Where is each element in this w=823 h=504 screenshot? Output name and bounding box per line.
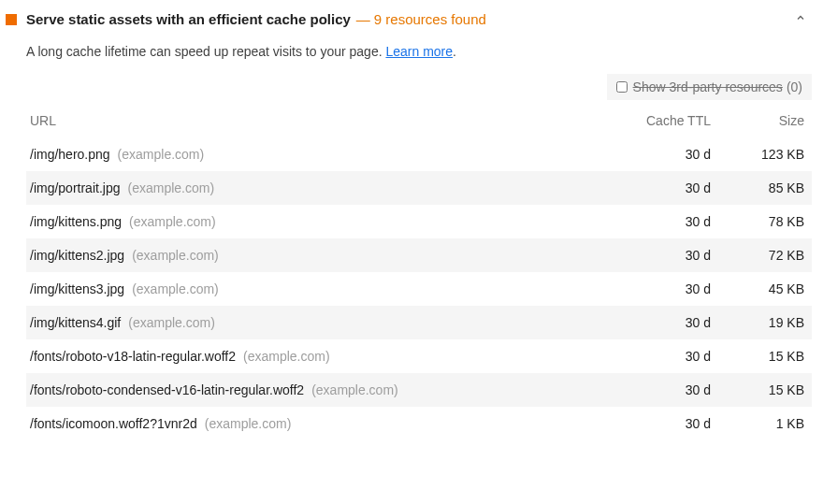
table-row: /img/portrait.jpg(example.com)30 d85 KB (26, 171, 812, 205)
cell-ttl: 30 d (599, 180, 711, 195)
resources-table: URL Cache TTL Size /img/hero.png(example… (0, 106, 823, 444)
resource-path: /img/kittens.png (30, 214, 122, 229)
cell-ttl: 30 d (599, 248, 711, 263)
resource-path: /img/hero.png (30, 147, 110, 162)
description-after: . (453, 44, 456, 59)
cell-ttl: 30 d (599, 382, 711, 397)
chevron-up-icon[interactable] (795, 12, 806, 26)
cell-size: 19 KB (711, 315, 804, 330)
cell-url: /img/kittens3.jpg(example.com) (30, 281, 599, 296)
cell-url: /img/hero.png(example.com) (30, 147, 599, 162)
table-row: /img/kittens.png(example.com)30 d78 KB (26, 205, 812, 238)
audit-summary: 9 resources found (374, 11, 486, 27)
third-party-checkbox[interactable] (616, 81, 628, 93)
third-party-toggle-row: Show 3rd-party resources (0) (0, 68, 823, 106)
table-row: /img/kittens3.jpg(example.com)30 d45 KB (26, 272, 812, 306)
cell-url: /fonts/roboto-v18-latin-regular.woff2(ex… (30, 349, 599, 364)
description-text: A long cache lifetime can speed up repea… (26, 44, 385, 59)
cell-size: 15 KB (711, 349, 804, 364)
learn-more-link[interactable]: Learn more (385, 44, 453, 59)
col-header-ttl: Cache TTL (599, 113, 711, 128)
table-row: /img/kittens2.jpg(example.com)30 d72 KB (26, 238, 812, 272)
cell-url: /img/portrait.jpg(example.com) (30, 180, 599, 195)
third-party-label: Show 3rd-party resources (633, 79, 783, 94)
cell-ttl: 30 d (599, 315, 711, 330)
title-separator: — (356, 11, 370, 27)
resource-domain: (example.com) (243, 349, 330, 364)
cell-ttl: 30 d (599, 214, 711, 229)
cell-ttl: 30 d (599, 281, 711, 296)
cell-ttl: 30 d (599, 349, 711, 364)
col-header-url: URL (30, 113, 599, 128)
resource-path: /fonts/roboto-condensed-v16-latin-regula… (30, 382, 304, 397)
audit-header[interactable]: Serve static assets with an efficient ca… (0, 11, 823, 31)
table-row: /img/kittens4.gif(example.com)30 d19 KB (26, 306, 812, 339)
resource-domain: (example.com) (205, 416, 292, 431)
col-header-size: Size (711, 113, 804, 128)
resource-path: /img/kittens3.jpg (30, 281, 124, 296)
cell-url: /img/kittens4.gif(example.com) (30, 315, 599, 330)
table-body: /img/hero.png(example.com)30 d123 KB/img… (26, 137, 812, 440)
cell-size: 123 KB (711, 147, 804, 162)
table-header: URL Cache TTL Size (26, 106, 812, 137)
cell-size: 85 KB (711, 180, 804, 195)
resource-path: /img/portrait.jpg (30, 180, 120, 195)
cell-size: 15 KB (711, 382, 804, 397)
resource-domain: (example.com) (132, 248, 219, 263)
resource-path: /img/kittens2.jpg (30, 248, 124, 263)
table-row: /fonts/roboto-v18-latin-regular.woff2(ex… (26, 339, 812, 373)
cell-size: 45 KB (711, 281, 804, 296)
cell-url: /fonts/icomoon.woff2?1vnr2d(example.com) (30, 416, 599, 431)
third-party-toggle[interactable]: Show 3rd-party resources (0) (607, 74, 812, 100)
resource-domain: (example.com) (127, 180, 214, 195)
cell-size: 78 KB (711, 214, 804, 229)
audit-description: A long cache lifetime can speed up repea… (0, 31, 823, 68)
audit-title: Serve static assets with an efficient ca… (26, 11, 351, 27)
resource-domain: (example.com) (128, 315, 215, 330)
cell-url: /img/kittens.png(example.com) (30, 214, 599, 229)
resource-path: /img/kittens4.gif (30, 315, 121, 330)
cell-url: /fonts/roboto-condensed-v16-latin-regula… (30, 382, 599, 397)
table-row: /fonts/roboto-condensed-v16-latin-regula… (26, 373, 812, 407)
cell-size: 72 KB (711, 248, 804, 263)
cell-size: 1 KB (711, 416, 804, 431)
resource-domain: (example.com) (132, 281, 219, 296)
cell-ttl: 30 d (599, 416, 711, 431)
severity-indicator-icon (6, 14, 17, 25)
resource-path: /fonts/roboto-v18-latin-regular.woff2 (30, 349, 236, 364)
resource-path: /fonts/icomoon.woff2?1vnr2d (30, 416, 197, 431)
table-row: /fonts/icomoon.woff2?1vnr2d(example.com)… (26, 407, 812, 440)
third-party-count: (0) (787, 79, 802, 94)
resource-domain: (example.com) (311, 382, 398, 397)
table-row: /img/hero.png(example.com)30 d123 KB (26, 137, 812, 171)
cell-url: /img/kittens2.jpg(example.com) (30, 248, 599, 263)
cell-ttl: 30 d (599, 147, 711, 162)
resource-domain: (example.com) (129, 214, 216, 229)
resource-domain: (example.com) (118, 147, 205, 162)
